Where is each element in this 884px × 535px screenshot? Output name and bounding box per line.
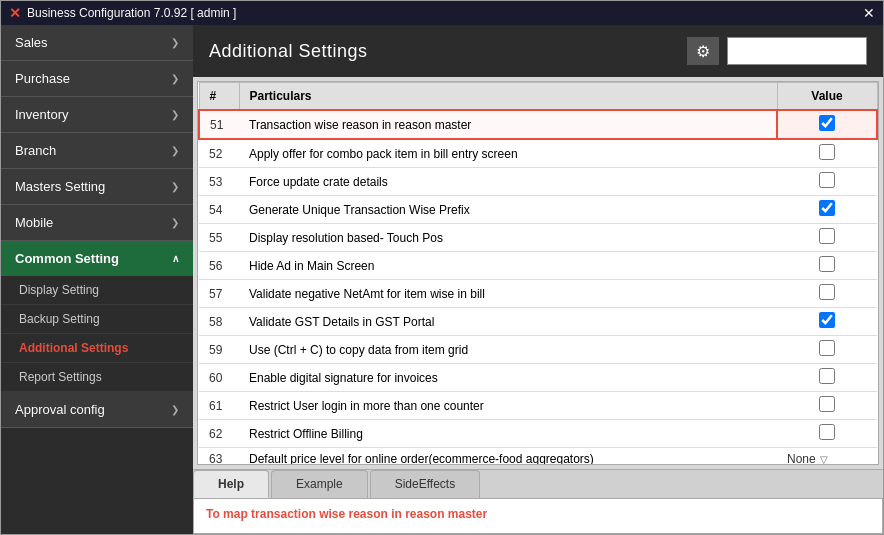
sidebar-item-purchase[interactable]: Purchase ❯	[1, 61, 193, 97]
common-setting-submenu: Display Setting Backup Setting Additiona…	[1, 276, 193, 392]
sidebar-label-purchase: Purchase	[15, 71, 70, 86]
sidebar: Sales ❯ Purchase ❯ Inventory ❯ Branch ❯ …	[1, 25, 193, 534]
table-row: 58Validate GST Details in GST Portal	[199, 308, 877, 336]
sidebar-item-common-setting[interactable]: Common Setting ∧	[1, 241, 193, 276]
row-label: Apply offer for combo pack item in bill …	[239, 139, 777, 168]
row-num: 60	[199, 364, 239, 392]
row-checkbox[interactable]	[819, 256, 835, 272]
sidebar-label-inventory: Inventory	[15, 107, 68, 122]
row-checkbox[interactable]	[819, 312, 835, 328]
row-label: Enable digital signature for invoices	[239, 364, 777, 392]
row-label: Force update crate details	[239, 168, 777, 196]
row-value[interactable]	[777, 336, 877, 364]
row-checkbox[interactable]	[819, 115, 835, 131]
table-row: 55Display resolution based- Touch Pos	[199, 224, 877, 252]
row-value[interactable]	[777, 392, 877, 420]
chevron-mobile-icon: ❯	[171, 217, 179, 228]
table-row: 61Restrict User login in more than one c…	[199, 392, 877, 420]
table-row: 60Enable digital signature for invoices	[199, 364, 877, 392]
settings-table: # Particulars Value 51Transaction wise r…	[198, 82, 878, 465]
app-icon: ✕	[9, 5, 21, 21]
main-panel: Additional Settings ⚙ # Particulars Valu…	[193, 25, 883, 534]
dropdown-cell[interactable]: None▽	[787, 452, 867, 465]
tab-example[interactable]: Example	[271, 470, 368, 498]
chevron-inventory-icon: ❯	[171, 109, 179, 120]
row-checkbox[interactable]	[819, 396, 835, 412]
row-checkbox[interactable]	[819, 340, 835, 356]
chevron-approval-icon: ❯	[171, 404, 179, 415]
row-checkbox[interactable]	[819, 424, 835, 440]
row-value[interactable]	[777, 308, 877, 336]
sidebar-label-mobile: Mobile	[15, 215, 53, 230]
row-checkbox[interactable]	[819, 284, 835, 300]
col-num: #	[199, 83, 239, 111]
sidebar-label-masters: Masters Setting	[15, 179, 105, 194]
gear-button[interactable]: ⚙	[687, 37, 719, 65]
content-area: Sales ❯ Purchase ❯ Inventory ❯ Branch ❯ …	[1, 25, 883, 534]
page-title: Additional Settings	[209, 41, 368, 62]
row-label: Default price level for online order(eco…	[239, 448, 777, 466]
row-num: 54	[199, 196, 239, 224]
table-row: 63Default price level for online order(e…	[199, 448, 877, 466]
table-row: 53Force update crate details	[199, 168, 877, 196]
row-num: 57	[199, 280, 239, 308]
sidebar-label-common-setting: Common Setting	[15, 251, 119, 266]
sidebar-item-inventory[interactable]: Inventory ❯	[1, 97, 193, 133]
sidebar-item-mobile[interactable]: Mobile ❯	[1, 205, 193, 241]
submenu-item-additional[interactable]: Additional Settings	[1, 334, 193, 363]
row-value[interactable]	[777, 224, 877, 252]
table-row: 51Transaction wise reason in reason mast…	[199, 110, 877, 139]
row-value[interactable]	[777, 420, 877, 448]
row-num: 62	[199, 420, 239, 448]
table-row: 52Apply offer for combo pack item in bil…	[199, 139, 877, 168]
row-value[interactable]	[777, 280, 877, 308]
table-row: 57Validate negative NetAmt for item wise…	[199, 280, 877, 308]
row-value[interactable]	[777, 110, 877, 139]
dropdown-arrow-icon[interactable]: ▽	[820, 454, 828, 465]
sidebar-item-branch[interactable]: Branch ❯	[1, 133, 193, 169]
sidebar-item-approval[interactable]: Approval config ❯	[1, 392, 193, 428]
row-label: Restrict User login in more than one cou…	[239, 392, 777, 420]
sidebar-item-masters[interactable]: Masters Setting ❯	[1, 169, 193, 205]
sidebar-label-branch: Branch	[15, 143, 56, 158]
row-num: 59	[199, 336, 239, 364]
sidebar-label-approval: Approval config	[15, 402, 105, 417]
chevron-branch-icon: ❯	[171, 145, 179, 156]
row-value[interactable]	[777, 168, 877, 196]
tab-help[interactable]: Help	[193, 470, 269, 498]
row-checkbox[interactable]	[819, 200, 835, 216]
row-value[interactable]	[777, 139, 877, 168]
submenu-item-backup[interactable]: Backup Setting	[1, 305, 193, 334]
submenu-item-display[interactable]: Display Setting	[1, 276, 193, 305]
submenu-item-report[interactable]: Report Settings	[1, 363, 193, 392]
table-row: 56Hide Ad in Main Screen	[199, 252, 877, 280]
row-label: Generate Unique Transaction Wise Prefix	[239, 196, 777, 224]
row-value[interactable]: None▽	[777, 448, 877, 466]
main-window: ✕ Business Configuration 7.0.92 [ admin …	[0, 0, 884, 535]
chevron-masters-icon: ❯	[171, 181, 179, 192]
row-checkbox[interactable]	[819, 368, 835, 384]
row-value[interactable]	[777, 196, 877, 224]
main-header: Additional Settings ⚙	[193, 25, 883, 77]
row-checkbox[interactable]	[819, 144, 835, 160]
table-row: 62Restrict Offline Billing	[199, 420, 877, 448]
row-label: Use (Ctrl + C) to copy data from item gr…	[239, 336, 777, 364]
table-row: 59Use (Ctrl + C) to copy data from item …	[199, 336, 877, 364]
row-label: Restrict Offline Billing	[239, 420, 777, 448]
sidebar-item-sales[interactable]: Sales ❯	[1, 25, 193, 61]
row-num: 53	[199, 168, 239, 196]
search-input[interactable]	[727, 37, 867, 65]
row-checkbox[interactable]	[819, 172, 835, 188]
close-button[interactable]: ✕	[863, 5, 875, 21]
row-num: 63	[199, 448, 239, 466]
dropdown-value: None	[787, 452, 816, 465]
tab-sideeffects[interactable]: SideEffects	[370, 470, 480, 498]
row-label: Validate GST Details in GST Portal	[239, 308, 777, 336]
row-label: Display resolution based- Touch Pos	[239, 224, 777, 252]
row-checkbox[interactable]	[819, 228, 835, 244]
row-value[interactable]	[777, 252, 877, 280]
window-title: Business Configuration 7.0.92 [ admin ]	[27, 6, 236, 20]
table-row: 54Generate Unique Transaction Wise Prefi…	[199, 196, 877, 224]
row-num: 52	[199, 139, 239, 168]
row-value[interactable]	[777, 364, 877, 392]
